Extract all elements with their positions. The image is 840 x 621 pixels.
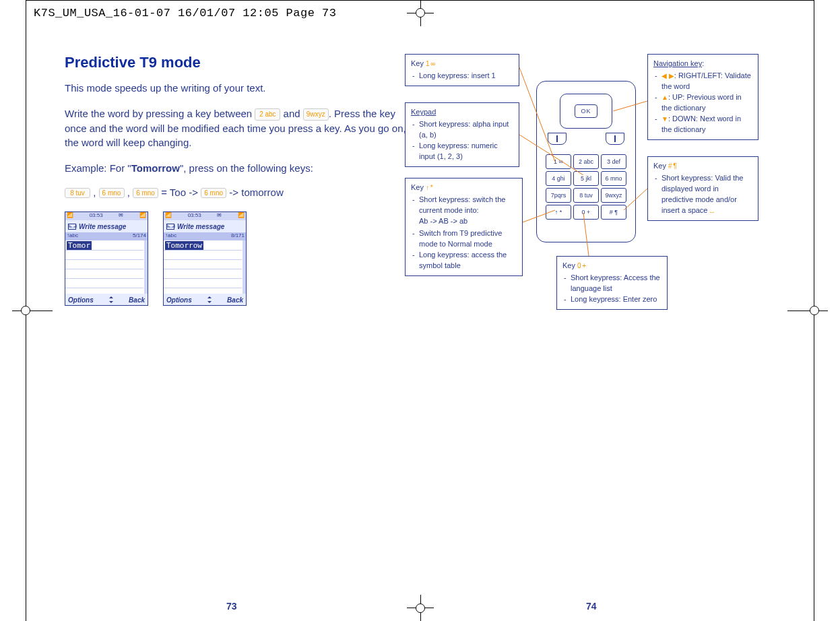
phone-screens: 📶03:53✉📶 Write message ↑abc5/174 Tomor O… — [65, 211, 408, 306]
phone-keypad: 1 ∞ 2 abc 3 def 4 ghi 5 jkl 6 mno 7pqrs … — [546, 154, 626, 220]
keypad-0: 0 + — [573, 205, 599, 220]
crop-mark-top — [407, 0, 434, 26]
left-column: Predictive T9 mode This mode speeds up t… — [65, 54, 422, 594]
paragraph-3: Example: For "Tomorrow", press on the fo… — [65, 161, 408, 176]
key-6mno-icon: 6 mno — [133, 188, 158, 198]
phone-outline: OK 1 ∞ 2 abc 3 def 4 ghi 5 jkl 6 mno 7pq… — [536, 81, 636, 242]
softkey-back: Back — [129, 296, 145, 304]
crop-info: K7S_UM_USA_16-01-07 16/01/07 12:05 Page … — [34, 7, 336, 20]
page-heading: Predictive T9 mode — [65, 54, 408, 71]
note-key-hash: Key # ¶ Short keypress: Valid the displa… — [647, 156, 758, 221]
nav-indicator-icon — [106, 296, 116, 304]
keypad-star: ↑ * — [546, 205, 571, 220]
nav-indicator-icon — [205, 296, 214, 304]
ok-button: OK — [575, 104, 597, 118]
paragraph-1: This mode speeds up the writing of your … — [65, 81, 408, 96]
key-2abc-icon: 2 abc — [255, 108, 280, 121]
keypad-diagram: Key 1 ∞ Long keypress: insert 1 Keypad S… — [422, 54, 775, 337]
note-navigation-key: Navigation key: ◀ ▶: RIGHT/LEFT: Validat… — [647, 54, 758, 140]
crop-mark-left — [12, 297, 53, 324]
keypad-9: 9wxyz — [601, 188, 626, 203]
note-key-star: Key ↑ * Short keypress: switch the curre… — [405, 178, 523, 276]
note-keypad: Keypad Short keypress: alpha input (a, b… — [405, 102, 519, 167]
note-key-1: Key 1 ∞ Long keypress: insert 1 — [405, 54, 519, 86]
key-9wxyz-icon: 9wxyz — [303, 108, 329, 121]
envelope-icon — [68, 224, 76, 230]
phone-screen-1: 📶03:53✉📶 Write message ↑abc5/174 Tomor O… — [65, 211, 148, 306]
keypad-3: 3 def — [601, 154, 626, 169]
paragraph-2: Write the word by pressing a key between… — [65, 106, 408, 150]
keypad-6: 6 mno — [601, 171, 626, 186]
crop-mark-right — [787, 297, 828, 324]
keypad-7: 7pqrs — [546, 188, 571, 203]
key-sequence: 8 tuv , 6 mno , 6 mno = Too -> 6 mno -> … — [65, 187, 408, 199]
keypad-1: 1 ∞ — [546, 154, 571, 169]
page-number-left: 73 — [226, 601, 237, 612]
left-right-arrow-icon: ◀ ▶ — [661, 71, 674, 81]
softkey-options: Options — [68, 296, 94, 304]
page-number-right: 74 — [586, 601, 597, 612]
keypad-5: 5 jkl — [573, 171, 599, 186]
softkey-back: Back — [227, 296, 243, 304]
down-arrow-icon: ▼ — [661, 115, 668, 125]
right-column: Key 1 ∞ Long keypress: insert 1 Keypad S… — [422, 54, 775, 594]
keypad-hash: # ¶ — [601, 205, 626, 220]
up-arrow-icon: ▲ — [661, 93, 668, 103]
key-8tuv-icon: 8 tuv — [65, 188, 90, 198]
envelope-icon — [166, 224, 174, 230]
key-6mno-icon: 6 mno — [201, 188, 226, 198]
space-icon: ⎵ — [710, 206, 714, 216]
key-6mno-icon: 6 mno — [99, 188, 125, 198]
keypad-4: 4 ghi — [546, 171, 571, 186]
crop-mark-bottom — [407, 595, 434, 621]
keypad-8: 8 tuv — [573, 188, 599, 203]
phone-screen-2: 📶03:53✉📶 Write message ↑abc8/171 Tomorro… — [163, 211, 247, 306]
softkey-options: Options — [166, 296, 192, 304]
left-softkey — [548, 133, 567, 145]
note-key-zero: Key 0 + Short keypress: Access the langu… — [556, 256, 668, 310]
right-softkey — [606, 133, 624, 145]
keypad-2: 2 abc — [573, 154, 599, 169]
